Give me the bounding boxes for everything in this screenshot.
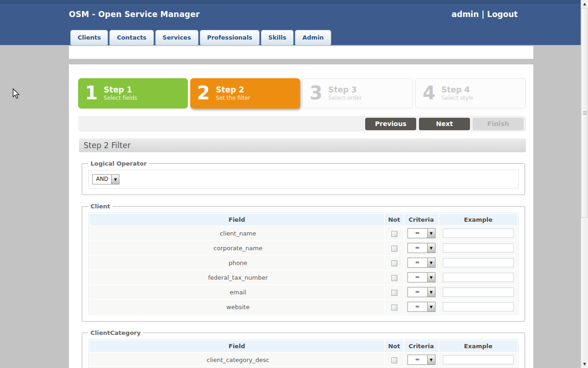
- field-name: client_name: [90, 226, 384, 240]
- wizard-steps: 1 Step 1 Select fields 2 Step 2 Set the …: [78, 78, 526, 109]
- tab-services[interactable]: Services: [155, 30, 198, 45]
- tab-contacts[interactable]: Contacts: [109, 30, 153, 45]
- select-value: =: [408, 229, 427, 238]
- clientcategory-filter-table: Field Not Criteria Example client_catego…: [88, 339, 519, 368]
- scrollbar-grip-icon: [583, 111, 587, 115]
- client-fieldset: Client Field Not Criteria Example client…: [82, 203, 525, 322]
- app-header: OSM - Open Service Manager admin | Logou…: [0, 0, 581, 45]
- table-header-row: Field Not Criteria Example: [90, 340, 517, 352]
- criteria-select[interactable]: = ▼: [407, 287, 435, 297]
- wizard-step-2[interactable]: 2 Step 2 Set the filter: [190, 78, 300, 109]
- example-input[interactable]: [443, 229, 514, 238]
- col-header-not: Not: [385, 214, 403, 225]
- section-title: Step 2 Filter: [79, 138, 526, 152]
- not-checkbox[interactable]: [391, 231, 397, 237]
- logical-operator-fieldset: Logical Operator AND ▼: [82, 160, 525, 195]
- vertical-scrollbar[interactable]: ▲ ▼: [581, 0, 588, 368]
- select-value: =: [408, 243, 427, 253]
- tab-admin[interactable]: Admin: [295, 30, 331, 45]
- col-header-field: Field: [90, 340, 384, 352]
- step-title: Step 2: [216, 86, 250, 94]
- dropdown-arrow-icon[interactable]: ▼: [427, 229, 435, 238]
- table-row: client_name = ▼: [90, 226, 517, 240]
- example-input[interactable]: [443, 258, 514, 267]
- client-filter-table: Field Not Criteria Example client_name =…: [88, 213, 519, 315]
- criteria-select[interactable]: = ▼: [407, 272, 435, 282]
- example-input[interactable]: [443, 302, 514, 311]
- col-header-field: Field: [90, 214, 384, 225]
- criteria-select[interactable]: = ▼: [407, 258, 435, 268]
- logical-operator-select[interactable]: AND ▼: [92, 174, 119, 184]
- criteria-select[interactable]: = ▼: [407, 228, 435, 238]
- field-name: phone: [90, 256, 384, 270]
- select-value: =: [408, 288, 427, 297]
- app-title: OSM - Open Service Manager: [69, 10, 200, 19]
- scrollbar-up-arrow-icon[interactable]: ▲: [581, 0, 588, 8]
- mouse-cursor-icon: [12, 88, 21, 102]
- col-header-criteria: Criteria: [404, 214, 438, 225]
- criteria-select[interactable]: = ▼: [407, 355, 435, 365]
- user-menu-link[interactable]: admin | Logout: [452, 10, 518, 19]
- dropdown-arrow-icon[interactable]: ▼: [427, 273, 435, 282]
- step-subtitle: Select order: [328, 95, 362, 101]
- step-number: 2: [197, 84, 210, 102]
- scrollbar-down-arrow-icon[interactable]: ▼: [581, 360, 588, 368]
- table-row: email = ▼: [90, 285, 517, 299]
- dropdown-arrow-icon[interactable]: ▼: [427, 302, 435, 311]
- field-name: website: [90, 300, 384, 314]
- field-name: client_category_desc: [90, 353, 384, 367]
- not-checkbox[interactable]: [391, 275, 397, 281]
- next-button[interactable]: Next: [419, 118, 470, 130]
- select-value: =: [408, 302, 427, 311]
- field-name: corporate_name: [90, 241, 384, 255]
- step-number: 4: [423, 84, 435, 102]
- step-title: Step 1: [104, 86, 137, 94]
- dropdown-arrow-icon[interactable]: ▼: [427, 288, 435, 297]
- main-nav-tabs: Clients Contacts Services Professionals …: [70, 30, 331, 45]
- table-row: website = ▼: [90, 300, 517, 314]
- select-value: =: [408, 355, 427, 364]
- dropdown-arrow-icon[interactable]: ▼: [427, 258, 435, 267]
- example-input[interactable]: [443, 355, 514, 364]
- step-subtitle: Select style: [441, 95, 474, 101]
- tab-professionals[interactable]: Professionals: [200, 30, 260, 45]
- select-value: =: [408, 273, 427, 282]
- table-header-row: Field Not Criteria Example: [90, 214, 517, 225]
- col-header-not: Not: [385, 340, 403, 352]
- step-subtitle: Select fields: [104, 95, 137, 101]
- not-checkbox[interactable]: [391, 290, 397, 296]
- not-checkbox[interactable]: [391, 246, 397, 252]
- criteria-select[interactable]: = ▼: [407, 302, 435, 312]
- dropdown-arrow-icon[interactable]: ▼: [111, 175, 119, 184]
- scrollbar-thumb[interactable]: [581, 8, 588, 218]
- example-input[interactable]: [443, 288, 514, 297]
- tab-clients[interactable]: Clients: [70, 30, 108, 45]
- previous-button[interactable]: Previous: [365, 118, 416, 130]
- col-header-example: Example: [439, 214, 517, 225]
- not-checkbox[interactable]: [391, 260, 397, 266]
- table-row: corporate_name = ▼: [90, 241, 517, 255]
- table-row: phone = ▼: [90, 256, 517, 270]
- not-checkbox[interactable]: [391, 357, 397, 363]
- logical-operator-legend: Logical Operator: [88, 160, 149, 167]
- criteria-select[interactable]: = ▼: [407, 243, 435, 253]
- not-checkbox[interactable]: [391, 305, 397, 310]
- main-panel: 1 Step 1 Select fields 2 Step 2 Set the …: [69, 64, 533, 368]
- client-legend: Client: [88, 203, 113, 210]
- dropdown-arrow-icon[interactable]: ▼: [427, 243, 435, 253]
- select-value: =: [408, 258, 427, 267]
- clientcategory-legend: ClientCategory: [88, 329, 143, 336]
- finish-button: Finish: [473, 118, 524, 130]
- wizard-step-4: 4 Step 4 Select style: [415, 78, 526, 109]
- step-subtitle: Set the filter: [216, 95, 250, 101]
- dropdown-arrow-icon[interactable]: ▼: [427, 355, 435, 364]
- tab-skills[interactable]: Skills: [261, 30, 294, 45]
- wizard-step-1[interactable]: 1 Step 1 Select fields: [78, 78, 188, 109]
- breadcrumb-strip: [69, 46, 533, 59]
- example-input[interactable]: [443, 243, 514, 253]
- example-input[interactable]: [443, 273, 514, 282]
- table-row: federal_tax_number = ▼: [90, 270, 517, 284]
- col-header-example: Example: [439, 340, 517, 352]
- logical-operator-box: AND ▼: [88, 170, 519, 189]
- field-name: email: [90, 285, 384, 299]
